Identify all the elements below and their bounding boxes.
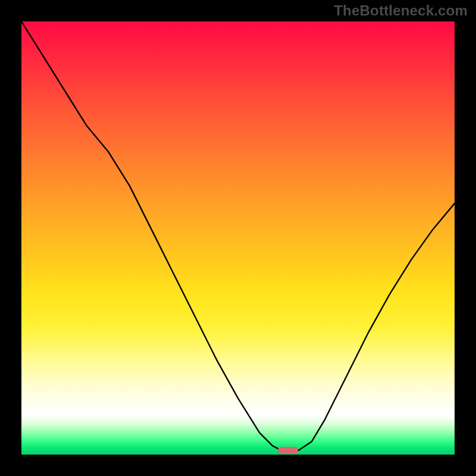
plot-area <box>21 21 455 455</box>
bottleneck-curve <box>21 21 455 450</box>
watermark-text: TheBottleneck.com <box>334 2 468 19</box>
curve-layer <box>21 21 455 455</box>
optimum-marker <box>278 447 298 454</box>
chart-frame: TheBottleneck.com <box>0 0 476 476</box>
